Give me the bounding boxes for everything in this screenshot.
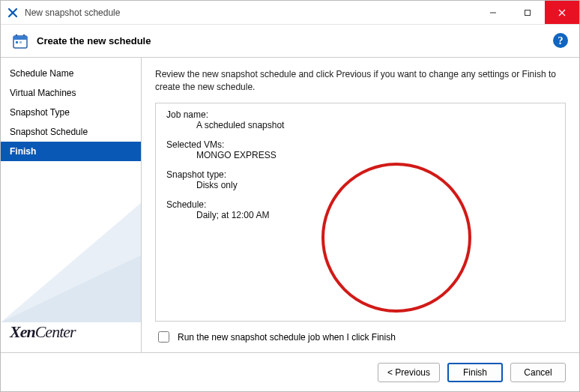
summary-snapshot-type: Snapshot type: Disks only: [166, 169, 555, 190]
step-snapshot-schedule[interactable]: Snapshot Schedule: [1, 122, 141, 142]
wizard-steps: Schedule Name Virtual Machines Snapshot …: [1, 58, 141, 161]
svg-rect-5: [13, 36, 27, 40]
brand-logo: XenCenter: [1, 322, 141, 352]
job-name-value: A scheduled snapshot: [166, 120, 555, 130]
window-controls: [476, 1, 579, 24]
close-button[interactable]: [545, 1, 579, 24]
run-on-finish-label: Run the new snapshot schedule job when I…: [178, 332, 396, 343]
maximize-button[interactable]: [510, 1, 545, 24]
window-title: New snapshot schedule: [25, 7, 476, 18]
svg-point-6: [16, 34, 18, 36]
wizard-footer: < Previous Finish Cancel: [1, 352, 579, 391]
selected-vms-value: MONGO EXPRESS: [166, 150, 555, 160]
schedule-label: Schedule:: [166, 199, 555, 210]
help-icon[interactable]: ?: [552, 32, 569, 49]
selected-vms-label: Selected VMs:: [166, 139, 555, 150]
brand-rest: Center: [35, 322, 76, 341]
svg-rect-8: [16, 41, 18, 43]
wizard-window: New snapshot schedule: [0, 0, 580, 392]
instruction-text: Review the new snapshot schedule and cli…: [155, 68, 566, 94]
snapshot-type-value: Disks only: [166, 180, 555, 190]
summary-panel: Job name: A scheduled snapshot Selected …: [155, 103, 566, 322]
summary-schedule: Schedule: Daily; at 12:00 AM: [166, 199, 555, 220]
minimize-button[interactable]: [476, 1, 510, 24]
wizard-header: Create the new schedule ?: [1, 25, 579, 58]
job-name-label: Job name:: [166, 109, 555, 120]
schedule-value: Daily; at 12:00 AM: [166, 210, 555, 220]
step-snapshot-type[interactable]: Snapshot Type: [1, 103, 141, 122]
wizard-body: Schedule Name Virtual Machines Snapshot …: [1, 58, 579, 352]
finish-button[interactable]: Finish: [447, 363, 503, 382]
brand-bold: Xen: [10, 322, 35, 341]
titlebar: New snapshot schedule: [1, 1, 579, 25]
app-icon: [7, 7, 19, 19]
run-on-finish-checkbox[interactable]: [158, 331, 169, 343]
summary-job-name: Job name: A scheduled snapshot: [166, 109, 555, 130]
step-virtual-machines[interactable]: Virtual Machines: [1, 83, 141, 103]
svg-text:?: ?: [558, 35, 564, 46]
cancel-button[interactable]: Cancel: [510, 363, 566, 382]
step-finish[interactable]: Finish: [1, 142, 141, 161]
snapshot-type-label: Snapshot type:: [166, 169, 555, 180]
summary-selected-vms: Selected VMs: MONGO EXPRESS: [166, 139, 555, 160]
svg-rect-9: [19, 41, 22, 43]
svg-point-7: [23, 34, 25, 36]
svg-marker-12: [1, 202, 142, 322]
svg-marker-13: [1, 255, 142, 322]
wizard-sidebar: Schedule Name Virtual Machines Snapshot …: [1, 58, 142, 352]
svg-rect-1: [525, 10, 531, 15]
wizard-title: Create the new schedule: [37, 35, 151, 46]
step-schedule-name[interactable]: Schedule Name: [1, 64, 141, 83]
schedule-icon: [11, 32, 29, 50]
wizard-content: Review the new snapshot schedule and cli…: [142, 58, 579, 352]
run-on-finish-row: Run the new snapshot schedule job when I…: [155, 329, 566, 345]
previous-button[interactable]: < Previous: [378, 363, 440, 382]
